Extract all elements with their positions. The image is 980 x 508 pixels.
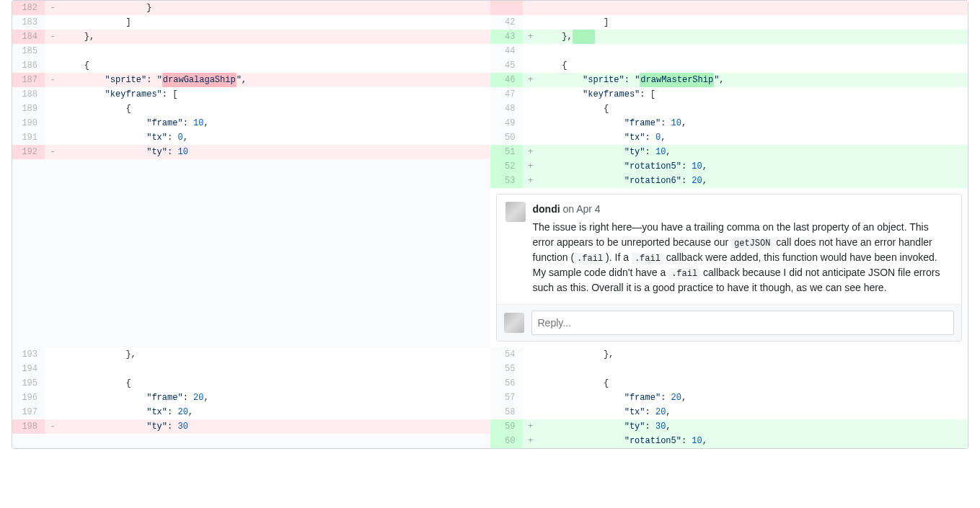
code-left: "ty": 10 <box>61 145 490 159</box>
comment-author[interactable]: dondi <box>533 203 560 215</box>
line-number-left[interactable]: 192 <box>12 145 45 159</box>
code-right: { <box>539 376 968 391</box>
diff-line[interactable]: 188 "keyframes": [47 "keyframes": [ <box>12 87 968 102</box>
line-number-right[interactable]: 55 <box>490 362 523 376</box>
diff-line[interactable]: 193 },54 }, <box>12 347 968 362</box>
diff-sign <box>45 102 61 116</box>
code-right: "ty": 10, <box>539 145 968 159</box>
line-number-left[interactable]: 193 <box>12 347 45 362</box>
line-number-right[interactable]: 57 <box>490 391 523 405</box>
code-left: "frame": 10, <box>61 116 490 130</box>
line-number-right[interactable]: 50 <box>490 130 523 145</box>
line-number-right[interactable]: 42 <box>490 15 523 30</box>
avatar[interactable] <box>506 202 526 222</box>
diff-sign <box>45 87 61 102</box>
diff-sign <box>45 391 61 405</box>
line-number-right[interactable]: 52 <box>490 159 523 174</box>
line-number-left[interactable]: 194 <box>12 362 45 376</box>
line-number-right[interactable]: 59 <box>490 419 523 434</box>
diff-sign <box>45 130 61 145</box>
diff-sign <box>45 58 61 73</box>
inline-code: .fail <box>668 268 700 280</box>
diff-line[interactable]: 197 "tx": 20,58 "tx": 20, <box>12 405 968 419</box>
line-number-left[interactable]: 189 <box>12 102 45 116</box>
diff-sign: - <box>45 145 61 159</box>
diff-line[interactable]: 186 {45 { <box>12 58 968 73</box>
line-number-right[interactable]: 49 <box>490 116 523 130</box>
diff-sign <box>523 405 539 419</box>
code-right: { <box>539 58 968 73</box>
diff-line[interactable]: 196 "frame": 20,57 "frame": 20, <box>12 391 968 405</box>
diff-line[interactable]: 184- },43+ }, <box>12 30 968 44</box>
code-left: { <box>61 58 490 73</box>
code-left: } <box>61 1 490 15</box>
line-number-right[interactable]: 45 <box>490 58 523 73</box>
diff-line[interactable]: 183 ]42 ] <box>12 15 968 30</box>
diff-line[interactable]: 190 "frame": 10,49 "frame": 10, <box>12 116 968 130</box>
diff-line[interactable]: 187- "sprite": "drawGalagaShip",46+ "spr… <box>12 73 968 87</box>
code-left: }, <box>61 30 490 44</box>
line-number-left[interactable]: 186 <box>12 58 45 73</box>
line-number-right[interactable]: 43 <box>490 30 523 44</box>
code-right: "tx": 20, <box>539 405 968 419</box>
code-right: "rotation6": 20, <box>539 174 968 188</box>
line-number-right[interactable]: 47 <box>490 87 523 102</box>
line-number-left[interactable]: 190 <box>12 116 45 130</box>
diff-line[interactable]: 60+ "rotation5": 10, <box>12 434 968 448</box>
diff-sign <box>45 376 61 391</box>
diff-sign: + <box>523 434 539 448</box>
line-number-left[interactable]: 188 <box>12 87 45 102</box>
avatar[interactable] <box>504 313 524 333</box>
diff-sign <box>523 87 539 102</box>
line-number-left[interactable]: 182 <box>12 1 45 15</box>
diff-line[interactable]: 182- } <box>12 1 968 15</box>
review-comment: dondi on Apr 4 The issue is right here—y… <box>496 194 963 342</box>
line-number-right[interactable]: 54 <box>490 347 523 362</box>
line-number-left[interactable]: 191 <box>12 130 45 145</box>
line-number-left[interactable]: 184 <box>12 30 45 44</box>
line-number-left[interactable]: 198 <box>12 419 45 434</box>
line-number-right[interactable]: 58 <box>490 405 523 419</box>
line-number-left[interactable]: 187 <box>12 73 45 87</box>
diff-sign <box>523 102 539 116</box>
diff-line[interactable]: 53+ "rotation6": 20, <box>12 174 968 188</box>
diff-line[interactable]: 194 55 <box>12 362 968 376</box>
code-right: "rotation5": 10, <box>539 434 968 448</box>
diff-sign <box>523 347 539 362</box>
code-right: "frame": 20, <box>539 391 968 405</box>
diff-table: 182- }183 ]42 ]184- },43+ }, 185 44 186 … <box>12 1 968 448</box>
code-right <box>539 362 968 376</box>
line-number-right[interactable]: 53 <box>490 174 523 188</box>
diff-line[interactable]: 189 {48 { <box>12 102 968 116</box>
diff-sign: + <box>523 419 539 434</box>
diff-sign: + <box>523 73 539 87</box>
line-number-right[interactable]: 46 <box>490 73 523 87</box>
diff-sign: + <box>523 30 539 44</box>
line-number-left[interactable]: 197 <box>12 405 45 419</box>
code-left <box>61 44 490 58</box>
line-number-right[interactable]: 44 <box>490 44 523 58</box>
diff-sign <box>45 116 61 130</box>
line-number-left[interactable]: 196 <box>12 391 45 405</box>
line-number-right[interactable]: 48 <box>490 102 523 116</box>
diff-line[interactable]: 191 "tx": 0,50 "tx": 0, <box>12 130 968 145</box>
code-right: { <box>539 102 968 116</box>
line-number-right[interactable]: 51 <box>490 145 523 159</box>
diff-sign <box>523 130 539 145</box>
diff-line[interactable]: 52+ "rotation5": 10, <box>12 159 968 174</box>
line-number-right[interactable]: 56 <box>490 376 523 391</box>
inline-comment-row: dondi on Apr 4 The issue is right here—y… <box>12 188 968 347</box>
line-number-left[interactable]: 195 <box>12 376 45 391</box>
line-number-left[interactable]: 185 <box>12 44 45 58</box>
diff-line[interactable]: 198- "ty": 3059+ "ty": 30, <box>12 419 968 434</box>
diff-line[interactable]: 192- "ty": 1051+ "ty": 10, <box>12 145 968 159</box>
code-left: { <box>61 376 490 391</box>
code-left: }, <box>61 347 490 362</box>
diff-sign <box>45 405 61 419</box>
reply-input[interactable] <box>531 311 955 335</box>
code-right: }, <box>539 347 968 362</box>
line-number-right[interactable]: 60 <box>490 434 523 448</box>
diff-line[interactable]: 195 {56 { <box>12 376 968 391</box>
diff-line[interactable]: 185 44 <box>12 44 968 58</box>
line-number-left[interactable]: 183 <box>12 15 45 30</box>
